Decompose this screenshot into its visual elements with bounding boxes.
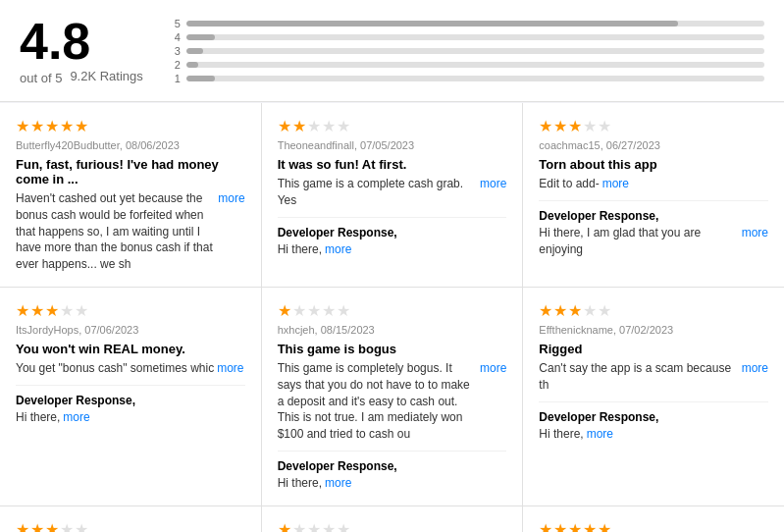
stars-row: ★★★★★ bbox=[539, 520, 768, 532]
review-more-link[interactable]: more bbox=[217, 361, 243, 375]
dev-response-text: Hi there, bbox=[278, 475, 322, 492]
developer-response: Developer Response, Hi there, more bbox=[16, 385, 245, 426]
review-card: ★★★★★ hxhcjeh, 08/15/2023 This game is b… bbox=[262, 288, 523, 505]
star-icon: ★ bbox=[539, 117, 552, 135]
star-icon: ★ bbox=[568, 520, 582, 532]
star-icon: ★ bbox=[568, 117, 582, 135]
star-icon: ★ bbox=[568, 301, 582, 320]
stars-row: ★★★★★ bbox=[278, 520, 507, 532]
out-of-label: out of 5 bbox=[20, 71, 62, 85]
star-bar-row: 4 bbox=[173, 31, 764, 43]
review-body-line: Edit to add- more bbox=[539, 176, 768, 192]
ratings-count: 9.2K Ratings bbox=[70, 69, 142, 83]
star-bar-row: 1 bbox=[173, 73, 764, 84]
review-text: Edit to add- bbox=[539, 176, 599, 192]
star-icon: ★ bbox=[292, 301, 306, 320]
review-card: ★★★★★ ItsJordyHops, 07/06/2023 You won't… bbox=[0, 288, 261, 505]
star-icon: ★ bbox=[583, 117, 597, 135]
dev-response-row: Hi there, more bbox=[278, 241, 507, 258]
dev-response-text: Hi there, bbox=[16, 409, 60, 426]
star-icon: ★ bbox=[60, 117, 74, 135]
star-bar-label: 3 bbox=[173, 45, 181, 57]
stars-row: ★★★★★ bbox=[278, 117, 507, 135]
stars-row: ★★★★★ bbox=[16, 117, 245, 135]
dev-response-title: Developer Response, bbox=[278, 226, 507, 239]
review-card: ★★★★★ harley_harlet, 04/11/2023 Fun game… bbox=[523, 506, 784, 532]
developer-response: Developer Response, Hi there, more bbox=[539, 401, 768, 443]
star-icon: ★ bbox=[337, 520, 350, 532]
star-bar-fill bbox=[186, 34, 215, 40]
star-icon: ★ bbox=[553, 301, 567, 320]
review-card: ★★★★★ coachmac15, 06/27/2023 Torn about … bbox=[523, 103, 784, 287]
star-icon: ★ bbox=[598, 301, 611, 320]
dev-more-link[interactable]: more bbox=[587, 427, 613, 441]
big-rating: 4.8 bbox=[20, 16, 90, 67]
review-more-link[interactable]: more bbox=[218, 191, 244, 205]
review-more-link[interactable]: more bbox=[742, 361, 768, 375]
reviewer-info: Butterfly420Budbutter, 08/06/2023 bbox=[16, 139, 245, 151]
review-title: Torn about this app bbox=[539, 157, 768, 172]
review-more-link[interactable]: more bbox=[602, 177, 629, 190]
review-more-link[interactable]: more bbox=[480, 177, 506, 190]
review-body-line: Haven't cashed out yet because the bonus… bbox=[16, 190, 245, 273]
star-icon: ★ bbox=[75, 520, 88, 532]
star-icon: ★ bbox=[16, 301, 29, 320]
star-icon: ★ bbox=[45, 301, 59, 320]
star-bar-fill bbox=[186, 76, 215, 81]
dev-response-text: Hi there, bbox=[278, 241, 322, 258]
dev-response-text: Hi there, bbox=[539, 426, 583, 443]
star-icon: ★ bbox=[307, 520, 321, 532]
reviewer-info: ItsJordyHops, 07/06/2023 bbox=[16, 324, 245, 336]
dev-response-title: Developer Response, bbox=[278, 459, 507, 473]
stars-row: ★★★★★ bbox=[16, 520, 245, 532]
dev-more-link[interactable]: more bbox=[325, 476, 351, 490]
review-title: You won't win REAL money. bbox=[16, 342, 245, 356]
review-text: Haven't cashed out yet because the bonus… bbox=[16, 190, 215, 273]
dev-more-link[interactable]: more bbox=[325, 242, 351, 256]
star-icon: ★ bbox=[307, 117, 321, 135]
star-icon: ★ bbox=[322, 520, 336, 532]
stars-row: ★★★★★ bbox=[539, 117, 768, 135]
dev-response-title: Developer Response, bbox=[16, 394, 245, 407]
stars-row: ★★★★★ bbox=[539, 301, 768, 320]
star-bar-label: 5 bbox=[173, 18, 181, 29]
star-icon: ★ bbox=[307, 301, 321, 320]
star-icon: ★ bbox=[292, 117, 306, 135]
dev-response-row: Hi there, more bbox=[539, 426, 768, 443]
review-text: This game is a complete cash grab. Yes bbox=[278, 176, 477, 209]
dev-response-row: Hi there, more bbox=[278, 475, 507, 492]
dev-more-link[interactable]: more bbox=[742, 226, 768, 239]
star-bar-label: 4 bbox=[173, 31, 181, 43]
star-bar-track bbox=[186, 48, 764, 54]
star-icon: ★ bbox=[75, 117, 88, 135]
star-icon: ★ bbox=[60, 520, 74, 532]
star-icon: ★ bbox=[16, 117, 29, 135]
dev-response-row: Hi there, I am glad that you are enjoyin… bbox=[539, 225, 768, 258]
star-icon: ★ bbox=[75, 301, 88, 320]
star-bar-row: 3 bbox=[173, 45, 764, 57]
star-bars: 5 4 3 2 1 bbox=[173, 18, 764, 84]
star-bar-fill bbox=[186, 21, 678, 27]
review-body-line: This game is completely bogus. It says t… bbox=[278, 360, 507, 443]
star-icon: ★ bbox=[583, 520, 597, 532]
review-more-link[interactable]: more bbox=[480, 361, 506, 375]
star-icon: ★ bbox=[45, 117, 59, 135]
star-bar-track bbox=[186, 34, 764, 40]
review-card: ★★★★★ ghgjfgcigfiyfiy, 05/25/2023 iGame … bbox=[0, 506, 261, 532]
star-icon: ★ bbox=[30, 301, 44, 320]
star-icon: ★ bbox=[539, 520, 552, 532]
star-icon: ★ bbox=[45, 520, 59, 532]
review-card: ★★★★★ bouncymacaw, 07/11/2023 Great game… bbox=[262, 506, 523, 532]
review-body-line: This game is a complete cash grab. Yes m… bbox=[278, 176, 507, 209]
reviewer-info: Theoneandfinall, 07/05/2023 bbox=[278, 139, 507, 151]
star-icon: ★ bbox=[30, 117, 44, 135]
rating-summary: 4.8 out of 5 9.2K Ratings 5 4 3 2 1 bbox=[0, 0, 784, 102]
review-text: Can't say the app is a scam because th bbox=[539, 360, 738, 394]
dev-response-row: Hi there, more bbox=[16, 409, 245, 426]
review-body-line: Can't say the app is a scam because th m… bbox=[539, 360, 768, 394]
star-icon: ★ bbox=[539, 301, 552, 320]
review-card: ★★★★★ Butterfly420Budbutter, 08/06/2023 … bbox=[0, 103, 261, 287]
dev-more-link[interactable]: more bbox=[63, 410, 89, 424]
star-bar-track bbox=[186, 21, 764, 27]
star-icon: ★ bbox=[583, 301, 597, 320]
